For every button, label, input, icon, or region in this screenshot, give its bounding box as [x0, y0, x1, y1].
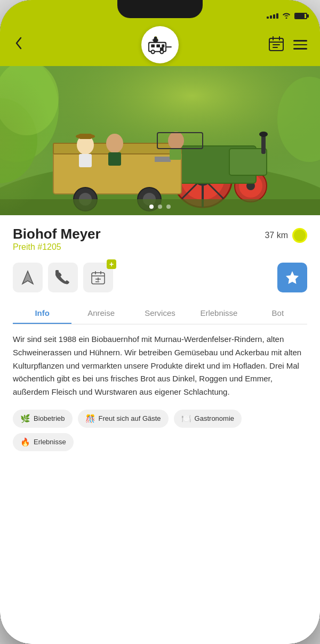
tag-biobetrieb-label: Biobetrieb	[34, 414, 65, 422]
distance-indicator	[292, 228, 307, 243]
tab-erlebnisse[interactable]: Erlebnisse	[189, 303, 248, 324]
tag-biobetrieb: 🌿 Biobetrieb	[13, 410, 73, 428]
dot-1	[149, 205, 154, 209]
svg-rect-51	[79, 154, 92, 167]
navigate-button[interactable]	[13, 263, 43, 292]
status-icons	[267, 11, 307, 20]
farm-name: Biohof Meyer	[13, 226, 101, 242]
favorite-button[interactable]	[277, 263, 307, 292]
header-calendar-button[interactable]	[268, 35, 285, 54]
tab-info[interactable]: Info	[13, 303, 71, 324]
tab-anreise[interactable]: Anreise	[71, 303, 130, 324]
svg-rect-39	[261, 135, 266, 154]
svg-point-52	[106, 134, 123, 153]
logo-svg	[147, 34, 173, 55]
svg-rect-50	[79, 134, 92, 139]
back-button[interactable]	[13, 36, 26, 54]
svg-rect-38	[229, 149, 267, 175]
farm-id: #1205	[37, 242, 61, 251]
hamburger-line-3	[293, 48, 307, 50]
calendar-icon	[91, 270, 106, 285]
svg-rect-2	[151, 44, 155, 47]
battery-icon	[294, 13, 307, 19]
gastronomie-icon: 🍽️	[181, 414, 191, 423]
svg-rect-55	[170, 149, 181, 160]
phone-frame: Biohof Meyer Preith #1205 37 km	[0, 0, 320, 644]
svg-point-54	[168, 132, 184, 150]
battery-fill	[295, 14, 305, 18]
erlebnisse-icon: 🔥	[20, 437, 30, 447]
tab-bar: Info Anreise Services Erlebnisse Bot	[13, 303, 307, 324]
tag-gaeste: 🎊 Freut sich auf Gäste	[78, 410, 169, 428]
logo-circle	[141, 26, 179, 63]
notch	[117, 0, 203, 18]
header-right	[268, 35, 307, 54]
hamburger-line-2	[293, 44, 307, 46]
tags-row: 🌿 Biobetrieb 🎊 Freut sich auf Gäste 🍽️ G…	[13, 410, 307, 460]
svg-point-12	[154, 37, 157, 40]
dot-2	[158, 205, 162, 209]
tag-gastronomie: 🍽️ Gastronomie	[174, 410, 242, 428]
svg-marker-66	[286, 271, 299, 284]
svg-rect-3	[156, 44, 160, 47]
signal-bar-3	[273, 14, 275, 19]
tag-gaeste-label: Freut sich auf Gäste	[99, 414, 161, 422]
biobetrieb-icon: 🌿	[20, 414, 30, 423]
svg-point-40	[259, 132, 268, 137]
call-icon	[55, 270, 70, 285]
tag-gastronomie-label: Gastronomie	[195, 414, 234, 422]
farm-name-container: Biohof Meyer Preith #1205	[13, 226, 101, 260]
farm-location: Preith #1205	[13, 242, 101, 252]
call-button[interactable]	[48, 263, 78, 292]
svg-rect-43	[155, 157, 171, 162]
tab-services[interactable]: Services	[131, 303, 189, 324]
action-buttons: +	[13, 263, 307, 292]
signal-bar-1	[267, 17, 269, 19]
calendar-plus-badge: +	[107, 259, 116, 269]
phone-screen: Biohof Meyer Preith #1205 37 km	[0, 0, 320, 644]
svg-rect-53	[108, 152, 121, 166]
svg-rect-4	[162, 44, 164, 47]
hamburger-line-1	[293, 40, 307, 42]
signal-bar-4	[276, 13, 278, 19]
star-icon	[284, 270, 300, 286]
wifi-icon	[282, 11, 291, 20]
dots-indicator	[149, 205, 171, 209]
header	[0, 23, 320, 66]
hero-image	[0, 66, 320, 215]
signal-bars	[267, 13, 278, 19]
hamburger-menu-button[interactable]	[293, 40, 307, 50]
distance-text: 37 km	[265, 231, 288, 240]
title-row: Biohof Meyer Preith #1205 37 km	[13, 226, 307, 260]
farm-description: Wir sind seit 1988 ein Biobauernhof mit …	[13, 333, 307, 399]
dot-3	[166, 205, 171, 209]
gaeste-icon: 🎊	[85, 414, 95, 423]
tag-erlebnisse: 🔥 Erlebnisse	[13, 433, 74, 451]
foliage-left	[0, 66, 53, 215]
tag-erlebnisse-label: Erlebnisse	[34, 438, 66, 446]
action-btn-group: +	[13, 263, 113, 292]
location-text: Preith	[13, 242, 35, 251]
distance-row: 37 km	[265, 228, 307, 243]
navigate-icon	[20, 270, 35, 285]
tab-bot[interactable]: Bot	[249, 303, 307, 324]
signal-bar-2	[270, 15, 272, 19]
calendar-add-button[interactable]: +	[83, 263, 113, 292]
svg-point-9	[161, 51, 163, 53]
content-area: Biohof Meyer Preith #1205 37 km	[0, 215, 320, 460]
svg-point-7	[152, 51, 154, 53]
